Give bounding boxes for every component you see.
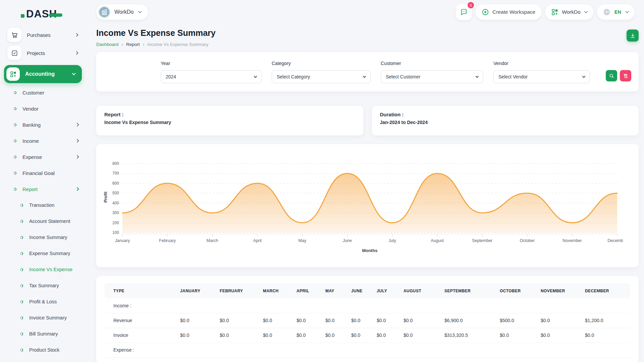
table-cell-value: $0.0	[220, 328, 263, 343]
table-cell-value: $0.0	[263, 313, 297, 328]
y-tick-label: 700	[112, 171, 119, 176]
table-cell-type: Invoice	[105, 328, 180, 343]
breadcrumb-dashboard[interactable]: Dashboard	[96, 42, 118, 47]
workspace-avatar	[98, 6, 110, 18]
workspace-switcher[interactable]: WorkDo	[96, 4, 148, 20]
sidebar-item-banking[interactable]: Banking	[0, 117, 87, 133]
sidebar-item-label: Bill Summary	[29, 331, 58, 337]
x-tick-label: June	[343, 238, 352, 243]
customer-select[interactable]: Select Customer	[381, 70, 483, 83]
sidebar-item-product-stock[interactable]: Product Stock	[0, 342, 87, 358]
breadcrumb-report[interactable]: Report	[126, 42, 140, 47]
language-selector[interactable]: EN	[597, 4, 635, 20]
sidebar-item-label: Income Vs Expense	[29, 267, 72, 272]
year-label: Year	[161, 61, 262, 66]
chevron-right-icon	[74, 51, 78, 55]
table-cell-value: $0.0	[263, 328, 297, 343]
sidebar-item-income-vs-expense[interactable]: Income Vs Expense	[0, 261, 87, 278]
apply-filter-button[interactable]	[606, 70, 617, 81]
y-axis-label: Profit	[103, 191, 108, 202]
export-button[interactable]	[627, 29, 639, 42]
sidebar-item-label: Income	[22, 138, 39, 144]
sidebar-item-projects[interactable]: Projects	[5, 46, 83, 60]
table-cell-value: $313,320.5	[444, 328, 500, 343]
reset-filter-button[interactable]	[620, 70, 631, 81]
status-dot-icon	[13, 139, 17, 143]
sidebar-item-label: Account Statement	[29, 219, 70, 224]
vendor-select[interactable]: Select Vendor	[493, 70, 590, 83]
report-summary-card: Report : Income Vs Expense Summary	[96, 106, 363, 135]
table-cell-value: $0.0	[180, 328, 220, 343]
sidebar-item-expense[interactable]: Expense	[0, 149, 87, 165]
year-select[interactable]: 2024	[161, 70, 262, 83]
x-tick-label: October	[520, 238, 535, 243]
duration-value: Jan-2024 to Dec-2024	[380, 120, 631, 125]
profit-chart-card: 100200300400500600700800JanuaryFebruaryM…	[96, 144, 639, 267]
status-dot-icon	[19, 316, 24, 320]
table-cell-value: $0.0	[351, 328, 377, 343]
globe-icon	[603, 8, 610, 16]
year-field: Year 2024	[161, 61, 262, 83]
table-cell-value: $0.0	[325, 328, 351, 343]
status-dot-icon	[19, 251, 24, 256]
table-cell-value: $6,900.0	[444, 313, 500, 328]
sidebar-item-expense-summary[interactable]: Expense Summary	[0, 245, 87, 261]
page-title: Income Vs Expense Summary	[96, 28, 216, 38]
table-section-label: Expense :	[105, 343, 630, 357]
breadcrumb-current: Income Vs Expense Summary	[148, 42, 209, 47]
chat-icon	[460, 8, 468, 16]
sidebar-item-purchases[interactable]: Purchases	[5, 27, 83, 42]
sidebar-item-cash-flow[interactable]: Cash Flow	[0, 358, 87, 362]
trash-slash-icon	[623, 73, 629, 79]
table-cell-type: Revenue	[105, 313, 180, 328]
table-column-july: JULY	[377, 283, 404, 298]
table-column-april: APRIL	[297, 283, 325, 298]
table-column-september: SEPTEMBER	[444, 283, 500, 298]
workspace-menu[interactable]: WorkDo	[545, 4, 593, 20]
status-dot-icon	[19, 284, 24, 288]
sidebar-item-transaction[interactable]: Transaction	[0, 197, 87, 213]
x-tick-label: December	[607, 238, 623, 243]
sidebar-item-accounting[interactable]: Accounting	[4, 65, 82, 83]
y-tick-label: 600	[112, 181, 119, 186]
status-dot-icon	[19, 348, 24, 352]
status-dot-icon	[19, 235, 24, 240]
sidebar-item-profit-loss[interactable]: Profit & Loss	[0, 294, 87, 310]
vendor-label: Vendor	[493, 61, 590, 66]
sidebar-item-invoice-summary[interactable]: Invoice Summary	[0, 310, 87, 326]
category-select[interactable]: Select Category	[272, 70, 371, 83]
sidebar-item-customer[interactable]: Customer	[0, 84, 87, 101]
sidebar-item-financial-goal[interactable]: Financial Goal	[0, 165, 87, 181]
create-workspace-button[interactable]: Create Workspace	[476, 4, 541, 20]
sidebar-item-vendor[interactable]: Vendor	[0, 101, 87, 117]
table-row: Invoice$0.0$0.0$0.0$0.0$0.0$0.0$0.0$0.0$…	[105, 328, 630, 343]
table-cell-value: $0.0	[377, 313, 404, 328]
sidebar-item-income[interactable]: Income	[0, 133, 87, 149]
messages-button[interactable]: 0	[456, 4, 472, 20]
sidebar-item-tax-summary[interactable]: Tax Summary	[0, 278, 87, 294]
sidebar: DASH PurchasesProjects Accounting Custom…	[0, 0, 87, 362]
status-dot-icon	[19, 300, 24, 304]
sidebar-item-report[interactable]: Report	[0, 181, 87, 197]
sidebar-item-label: Invoice Summary	[29, 315, 67, 320]
table-cell-value: $0.0	[541, 328, 585, 343]
table-column-august: AUGUST	[404, 283, 444, 298]
table-column-march: MARCH	[263, 283, 297, 298]
sidebar-item-account-statement[interactable]: Account Statement	[0, 213, 87, 229]
sidebar-item-label: Expense	[22, 154, 42, 160]
x-tick-label: March	[207, 238, 218, 243]
table-column-june: JUNE	[351, 283, 377, 298]
sidebar-item-label: Transaction	[29, 202, 54, 208]
sidebar-item-income-summary[interactable]: Income Summary	[0, 229, 87, 245]
breadcrumb-separator: ›	[143, 41, 145, 47]
brand-logo[interactable]: DASH	[21, 8, 87, 20]
table-cell-value: $0.0	[541, 313, 585, 328]
table-header-row: TYPEJANUARYFEBRUARYMARCHAPRILMAYJUNEJULY…	[105, 283, 630, 298]
table-section-row: Expense :	[105, 343, 630, 357]
sidebar-item-bill-summary[interactable]: Bill Summary	[0, 326, 87, 342]
sidebar-item-label: Product Stock	[29, 347, 59, 353]
chevron-down-icon	[582, 74, 586, 78]
status-dot-icon	[13, 107, 17, 111]
table-section-row: Income :	[105, 298, 630, 313]
x-tick-label: August	[431, 238, 444, 243]
